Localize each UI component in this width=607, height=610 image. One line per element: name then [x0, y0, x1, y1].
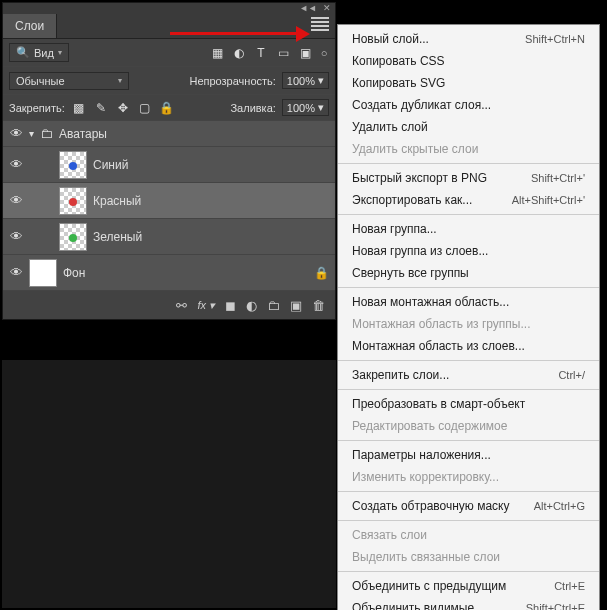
group-name: Аватары — [59, 127, 107, 141]
layer-item[interactable]: 👁 Красный — [3, 183, 335, 219]
layer-background[interactable]: 👁 Фон 🔒 — [3, 255, 335, 291]
layer-item[interactable]: 👁 Зеленый — [3, 219, 335, 255]
menu-item-label: Свернуть все группы — [352, 265, 469, 281]
opacity-input[interactable]: 100%▾ — [282, 72, 329, 89]
filter-pixel-icon[interactable]: ▦ — [209, 45, 225, 61]
menu-item-label: Редактировать содержимое — [352, 418, 507, 434]
annotation-arrow-head — [296, 26, 310, 42]
opacity-label: Непрозрачность: — [189, 75, 275, 87]
menu-item[interactable]: Свернуть все группы — [338, 262, 599, 284]
layers-flyout-menu: Новый слой...Shift+Ctrl+NКопировать CSSК… — [337, 24, 600, 610]
menu-item-shortcut: Ctrl+/ — [558, 367, 585, 383]
lock-icon: 🔒 — [314, 266, 329, 280]
menu-item[interactable]: Новый слой...Shift+Ctrl+N — [338, 28, 599, 50]
lock-row: Закрепить: ▩ ✎ ✥ ▢ 🔒 Заливка: 100%▾ — [3, 95, 335, 121]
new-group-icon[interactable]: 🗀 — [267, 298, 280, 313]
lock-position-icon[interactable]: ✥ — [115, 100, 131, 116]
menu-item[interactable]: Быстрый экспорт в PNGShift+Ctrl+' — [338, 167, 599, 189]
folder-icon: 🗀 — [40, 126, 53, 141]
fill-input[interactable]: 100%▾ — [282, 99, 329, 116]
lock-label: Закрепить: — [9, 102, 65, 114]
visibility-icon[interactable]: 👁 — [9, 229, 23, 244]
visibility-icon[interactable]: 👁 — [9, 126, 23, 141]
menu-item-label: Изменить корректировку... — [352, 469, 499, 485]
menu-item-label: Монтажная область из слоев... — [352, 338, 525, 354]
menu-item-label: Новый слой... — [352, 31, 429, 47]
menu-item-shortcut: Shift+Ctrl+N — [525, 31, 585, 47]
menu-item[interactable]: Новая группа из слоев... — [338, 240, 599, 262]
blend-row: Обычные▾ Непрозрачность: 100%▾ — [3, 67, 335, 95]
menu-item[interactable]: Объединить с предыдущимCtrl+E — [338, 575, 599, 597]
layer-thumb — [59, 187, 87, 215]
menu-item[interactable]: Новая группа... — [338, 218, 599, 240]
tab-layers[interactable]: Слои — [3, 14, 57, 38]
menu-item-label: Преобразовать в смарт-объект — [352, 396, 525, 412]
menu-item: Удалить скрытые слои — [338, 138, 599, 160]
filter-smart-icon[interactable]: ▣ — [297, 45, 313, 61]
layer-name: Фон — [63, 266, 85, 280]
menu-separator — [338, 389, 599, 390]
menu-item-label: Экспортировать как... — [352, 192, 472, 208]
visibility-icon[interactable]: 👁 — [9, 157, 23, 172]
blend-mode-dropdown[interactable]: Обычные▾ — [9, 72, 129, 90]
menu-item-label: Удалить скрытые слои — [352, 141, 478, 157]
menu-item[interactable]: Создать обтравочную маскуAlt+Ctrl+G — [338, 495, 599, 517]
menu-item-label: Новая группа... — [352, 221, 437, 237]
menu-item: Монтажная область из группы... — [338, 313, 599, 335]
filter-toggle[interactable]: ○ — [319, 47, 329, 59]
menu-item-label: Параметры наложения... — [352, 447, 491, 463]
menu-item[interactable]: Удалить слой — [338, 116, 599, 138]
close-panel-icon[interactable]: ✕ — [323, 3, 331, 13]
menu-item[interactable]: Закрепить слои...Ctrl+/ — [338, 364, 599, 386]
fill-value: 100% — [287, 102, 315, 114]
menu-item[interactable]: Новая монтажная область... — [338, 291, 599, 313]
opacity-value: 100% — [287, 75, 315, 87]
menu-item[interactable]: Монтажная область из слоев... — [338, 335, 599, 357]
menu-separator — [338, 163, 599, 164]
fx-icon[interactable]: fx ▾ — [197, 299, 215, 312]
link-icon[interactable]: ⚯ — [176, 298, 187, 313]
menu-item[interactable]: Копировать SVG — [338, 72, 599, 94]
menu-item[interactable]: Параметры наложения... — [338, 444, 599, 466]
panel-tabbar: Слои — [3, 13, 335, 39]
lock-all-icon[interactable]: 🔒 — [159, 100, 175, 116]
menu-item-shortcut: Alt+Shift+Ctrl+' — [512, 192, 585, 208]
menu-item-label: Объединить видимые — [352, 600, 474, 610]
menu-item-label: Монтажная область из группы... — [352, 316, 530, 332]
menu-item-label: Объединить с предыдущим — [352, 578, 506, 594]
mask-icon[interactable]: ◼ — [225, 298, 236, 313]
menu-item[interactable]: Создать дубликат слоя... — [338, 94, 599, 116]
filter-type-dropdown[interactable]: 🔍Вид▾ — [9, 43, 69, 62]
filter-adjust-icon[interactable]: ◐ — [231, 45, 247, 61]
collapse-icon[interactable]: ◄◄ — [299, 3, 317, 13]
menu-separator — [338, 491, 599, 492]
menu-item-label: Новая монтажная область... — [352, 294, 509, 310]
menu-item-label: Закрепить слои... — [352, 367, 449, 383]
filter-type-icon[interactable]: T — [253, 45, 269, 61]
layer-group[interactable]: 👁 ▾ 🗀 Аватары — [3, 121, 335, 147]
panel-menu-icon[interactable] — [311, 17, 329, 31]
delete-icon[interactable]: 🗑 — [312, 298, 325, 313]
layer-item[interactable]: 👁 Синий — [3, 147, 335, 183]
menu-item: Связать слои — [338, 524, 599, 546]
visibility-icon[interactable]: 👁 — [9, 193, 23, 208]
panel-bottom-bar: ⚯ fx ▾ ◼ ◐ 🗀 ▣ 🗑 — [3, 291, 335, 319]
lock-artboard-icon[interactable]: ▢ — [137, 100, 153, 116]
panel-dock-bar: ◄◄ ✕ — [3, 3, 335, 13]
menu-item[interactable]: Экспортировать как...Alt+Shift+Ctrl+' — [338, 189, 599, 211]
adjustment-icon[interactable]: ◐ — [246, 298, 257, 313]
new-layer-icon[interactable]: ▣ — [290, 298, 302, 313]
visibility-icon[interactable]: 👁 — [9, 265, 23, 280]
menu-item[interactable]: Копировать CSS — [338, 50, 599, 72]
filter-row: 🔍Вид▾ ▦ ◐ T ▭ ▣ ○ — [3, 39, 335, 67]
layer-thumb — [59, 223, 87, 251]
lock-transparency-icon[interactable]: ▩ — [71, 100, 87, 116]
menu-item[interactable]: Преобразовать в смарт-объект — [338, 393, 599, 415]
menu-item-label: Копировать SVG — [352, 75, 445, 91]
layers-panel: ◄◄ ✕ Слои 🔍Вид▾ ▦ ◐ T ▭ ▣ ○ Обычные▾ Неп… — [2, 2, 336, 320]
menu-item-label: Новая группа из слоев... — [352, 243, 488, 259]
filter-shape-icon[interactable]: ▭ — [275, 45, 291, 61]
lock-pixels-icon[interactable]: ✎ — [93, 100, 109, 116]
chevron-down-icon[interactable]: ▾ — [29, 128, 34, 139]
menu-item[interactable]: Объединить видимыеShift+Ctrl+E — [338, 597, 599, 610]
